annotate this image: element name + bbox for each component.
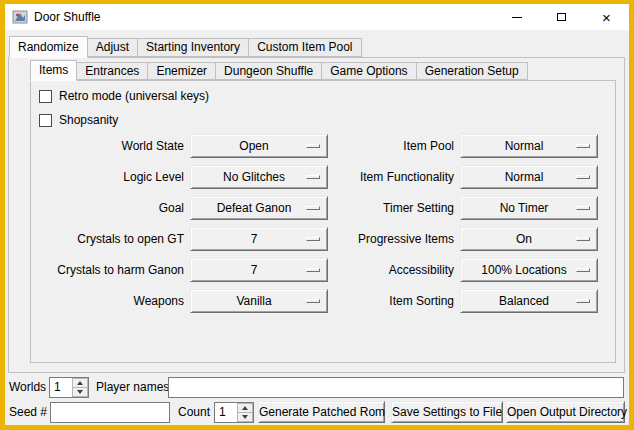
world-state-dropdown[interactable]: Open xyxy=(190,134,328,158)
worlds-value: 1 xyxy=(50,378,72,397)
spin-buttons xyxy=(72,378,88,397)
close-icon: × xyxy=(602,10,611,25)
secondary-tabs: Items Entrances Enemizer Dungeon Shuffle… xyxy=(30,59,527,80)
arrow-down-icon xyxy=(77,390,83,394)
dropdown-indicator-icon xyxy=(576,237,590,241)
dropdown-indicator-icon xyxy=(576,206,590,210)
worlds-label: Worlds xyxy=(9,377,46,398)
titlebar[interactable]: Door Shuffle × xyxy=(5,4,629,30)
tab-starting-inventory[interactable]: Starting Inventory xyxy=(137,38,249,57)
retro-mode-checkbox[interactable]: Retro mode (universal keys) xyxy=(39,88,209,104)
tab-dungeon-shuffle[interactable]: Dungeon Shuffle xyxy=(215,62,322,80)
spin-buttons xyxy=(237,403,253,422)
shopsanity-checkbox[interactable]: Shopsanity xyxy=(39,112,118,128)
shopsanity-label: Shopsanity xyxy=(59,113,118,127)
spin-down-button[interactable] xyxy=(237,413,253,422)
items-pane: Retro mode (universal keys) Shopsanity W… xyxy=(30,80,616,363)
player-names-input[interactable] xyxy=(168,377,624,398)
checkbox-icon xyxy=(39,114,52,127)
dropdown-indicator-icon xyxy=(306,299,320,303)
randomize-pane: Items Entrances Enemizer Dungeon Shuffle… xyxy=(8,57,625,373)
tab-generation-setup[interactable]: Generation Setup xyxy=(416,62,528,80)
app-window: Door Shuffle × Randomize Adjust Starting… xyxy=(5,4,629,425)
arrow-up-icon xyxy=(77,381,83,385)
setting-row: Crystals to harm Ganon 7 Accessibility 1… xyxy=(31,254,607,285)
close-button[interactable]: × xyxy=(584,4,629,30)
spin-down-button[interactable] xyxy=(72,388,88,397)
arrow-down-icon xyxy=(242,415,248,419)
minimize-button[interactable] xyxy=(494,4,539,30)
item-functionality-dropdown[interactable]: Normal xyxy=(460,165,598,189)
tab-custom-item-pool[interactable]: Custom Item Pool xyxy=(248,38,361,57)
progressive-items-label: Progressive Items xyxy=(328,232,454,246)
world-state-label: World State xyxy=(31,139,184,153)
generate-patched-rom-button[interactable]: Generate Patched Rom xyxy=(258,401,385,423)
item-sorting-dropdown[interactable]: Balanced xyxy=(460,289,598,313)
count-spinbox[interactable]: 1 xyxy=(214,402,254,423)
save-settings-button[interactable]: Save Settings to File xyxy=(391,401,503,423)
item-functionality-label: Item Functionality xyxy=(328,170,454,184)
seed-label: Seed # xyxy=(9,402,47,423)
dropdown-indicator-icon xyxy=(306,237,320,241)
player-names-label: Player names xyxy=(96,377,169,398)
app-icon xyxy=(12,9,28,25)
arrow-up-icon xyxy=(242,406,248,410)
count-label: Count xyxy=(178,402,210,423)
timer-setting-label: Timer Setting xyxy=(328,201,454,215)
dropdown-indicator-icon xyxy=(306,268,320,272)
item-pool-dropdown[interactable]: Normal xyxy=(460,134,598,158)
crystals-gt-label: Crystals to open GT xyxy=(31,232,184,246)
logic-level-dropdown[interactable]: No Glitches xyxy=(190,165,328,189)
maximize-button[interactable] xyxy=(539,4,584,30)
item-pool-label: Item Pool xyxy=(328,139,454,153)
crystals-gt-dropdown[interactable]: 7 xyxy=(190,227,328,251)
primary-tabs: Randomize Adjust Starting Inventory Cust… xyxy=(9,35,361,57)
dropdown-indicator-icon xyxy=(306,175,320,179)
crystals-ganon-label: Crystals to harm Ganon xyxy=(31,263,184,277)
settings-grid: World State Open Item Pool Normal Logic … xyxy=(31,130,607,316)
spin-up-button[interactable] xyxy=(237,403,253,413)
tab-adjust[interactable]: Adjust xyxy=(87,38,138,57)
dropdown-indicator-icon xyxy=(576,268,590,272)
accessibility-dropdown[interactable]: 100% Locations xyxy=(460,258,598,282)
worlds-spinbox[interactable]: 1 xyxy=(49,377,89,398)
seed-input[interactable] xyxy=(50,402,170,423)
accessibility-label: Accessibility xyxy=(328,263,454,277)
count-value: 1 xyxy=(215,403,237,422)
tab-items[interactable]: Items xyxy=(30,60,77,81)
window-title: Door Shuffle xyxy=(34,10,101,24)
maximize-icon xyxy=(557,13,566,21)
setting-row: Crystals to open GT 7 Progressive Items … xyxy=(31,223,607,254)
timer-setting-dropdown[interactable]: No Timer xyxy=(460,196,598,220)
setting-row: Goal Defeat Ganon Timer Setting No Timer xyxy=(31,192,607,223)
progressive-items-dropdown[interactable]: On xyxy=(460,227,598,251)
setting-row: Weapons Vanilla Item Sorting Balanced xyxy=(31,285,607,316)
item-sorting-label: Item Sorting xyxy=(328,294,454,308)
dropdown-indicator-icon xyxy=(306,206,320,210)
spin-up-button[interactable] xyxy=(72,378,88,388)
crystals-ganon-dropdown[interactable]: 7 xyxy=(190,258,328,282)
goal-dropdown[interactable]: Defeat Ganon xyxy=(190,196,328,220)
checkbox-icon xyxy=(39,90,52,103)
weapons-dropdown[interactable]: Vanilla xyxy=(190,289,328,313)
tab-game-options[interactable]: Game Options xyxy=(321,62,416,80)
tab-entrances[interactable]: Entrances xyxy=(76,62,148,80)
tab-enemizer[interactable]: Enemizer xyxy=(147,62,216,80)
open-output-directory-button[interactable]: Open Output Directory xyxy=(506,401,625,423)
client-area: Randomize Adjust Starting Inventory Cust… xyxy=(5,30,629,425)
setting-row: Logic Level No Glitches Item Functionali… xyxy=(31,161,607,192)
setting-row: World State Open Item Pool Normal xyxy=(31,130,607,161)
retro-mode-label: Retro mode (universal keys) xyxy=(59,89,209,103)
weapons-label: Weapons xyxy=(31,294,184,308)
tab-randomize[interactable]: Randomize xyxy=(9,36,88,58)
dropdown-indicator-icon xyxy=(576,144,590,148)
dropdown-indicator-icon xyxy=(576,175,590,179)
minimize-icon xyxy=(512,17,522,18)
logic-level-label: Logic Level xyxy=(31,170,184,184)
dropdown-indicator-icon xyxy=(306,144,320,148)
dropdown-indicator-icon xyxy=(576,299,590,303)
goal-label: Goal xyxy=(31,201,184,215)
